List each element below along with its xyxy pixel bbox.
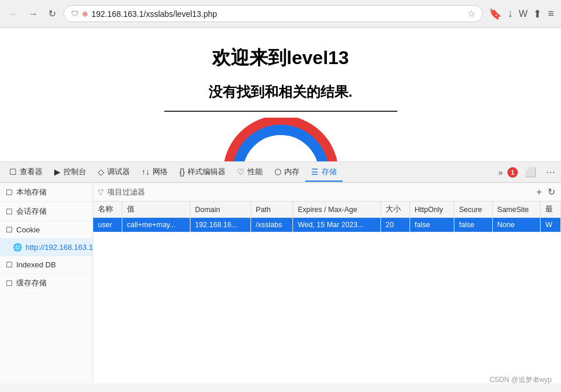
cell-name: user (93, 218, 122, 232)
local-storage-icon: ☐ (6, 188, 13, 197)
tab-console[interactable]: ▶ 控制台 (48, 163, 92, 182)
col-expires: Expires / Max-Age (293, 202, 381, 218)
filter-icon: ▽ (98, 188, 104, 196)
tab-console-label: 控制台 (63, 167, 86, 177)
tab-memory-label: 内存 (284, 167, 299, 177)
indexed-db-label: Indexed DB (16, 260, 56, 269)
storage-toolbar: ▽ 项目过滤器 + ↻ (93, 183, 561, 202)
lock-icon: 🛡 (71, 9, 79, 18)
storage-main: ▽ 项目过滤器 + ↻ 名称 值 Domain Path (93, 183, 561, 383)
address-bar-text[interactable]: 192.168.163.1/xsslabs/level13.php (91, 9, 464, 19)
star-icon[interactable]: ☆ (467, 8, 475, 19)
session-storage-icon: ☐ (6, 207, 13, 216)
cell-size: 20 (380, 218, 410, 232)
page-divider (164, 111, 397, 112)
arch-decoration (223, 118, 339, 161)
table-row[interactable]: user call+me+may... 192.168.16... /xssla… (93, 218, 561, 232)
tab-performance-label: 性能 (248, 167, 263, 177)
console-icon: ▶ (54, 167, 61, 176)
storage-icon: ☰ (311, 167, 319, 176)
page-subtitle: 没有找到和相关的结果. (209, 83, 352, 101)
indexed-db-icon: ☐ (6, 260, 13, 269)
col-last: 最 (541, 202, 561, 218)
devtools-more: » 1 ⬜ ⋯ (498, 165, 558, 179)
cookie-table-container: 名称 值 Domain Path Expires / Max-Age 大小 Ht… (93, 202, 561, 383)
blocked-icon: ⊗ (82, 10, 88, 18)
tab-storage-label: 存储 (322, 167, 337, 177)
col-value: 值 (122, 202, 190, 218)
devtools-panel: ☐ 查看器 ▶ 控制台 ◇ 调试器 ↑↓ 网络 {} 样式编辑器 ♡ 性能 ⬡ … (0, 162, 561, 383)
debugger-icon: ◇ (98, 167, 104, 176)
toolbar-actions: + ↻ (535, 185, 556, 199)
tab-memory[interactable]: ⬡ 内存 (269, 163, 305, 182)
chrome-actions: 🔖 ↓ W ⬆ ≡ (488, 6, 555, 22)
col-name: 名称 (93, 202, 122, 218)
reload-button[interactable]: ↻ (45, 7, 59, 20)
cache-label: 缓存存储 (16, 278, 47, 288)
storage-sidebar: ☐ 本地存储 ☐ 会话存储 ☐ Cookie 🌐 http://192.168.… (0, 183, 93, 383)
tab-network[interactable]: ↑↓ 网络 (136, 163, 174, 182)
back-button[interactable]: ← (6, 8, 21, 20)
bookmark-icon[interactable]: 🔖 (488, 6, 503, 22)
tab-style-label: 样式编辑器 (188, 167, 225, 177)
tab-performance[interactable]: ♡ 性能 (231, 163, 269, 182)
download-icon[interactable]: ↓ (506, 6, 514, 21)
forward-button[interactable]: → (26, 8, 41, 20)
col-domain: Domain (190, 202, 250, 218)
cookie-table-body: user call+me+may... 192.168.16... /xssla… (93, 218, 561, 232)
cell-value: call+me+may... (122, 218, 190, 232)
sidebar-item-local-storage[interactable]: ☐ 本地存储 (0, 183, 93, 202)
cell-path: /xsslabs (251, 218, 293, 232)
error-badge: 1 (507, 167, 518, 178)
cookie-domain-label: http://192.168.163.1 (26, 243, 93, 252)
tab-debugger-label: 调试器 (107, 167, 130, 177)
refresh-button[interactable]: ↻ (546, 185, 556, 199)
col-secure: Secure (454, 202, 492, 218)
tab-network-label: 网络 (153, 167, 168, 177)
cell-expires: Wed, 15 Mar 2023... (293, 218, 381, 232)
menu-icon[interactable]: ≡ (546, 6, 555, 21)
sidebar-item-cookie[interactable]: ☐ Cookie (0, 221, 93, 239)
sidebar-item-indexed-db[interactable]: ☐ Indexed DB (0, 256, 93, 274)
col-samesite: SameSite (492, 202, 541, 218)
devtools-menu-button[interactable]: ⋯ (544, 165, 558, 179)
session-storage-label: 会话存储 (16, 206, 47, 217)
page-title: 欢迎来到level13 (212, 45, 349, 71)
cell-last: W (541, 218, 561, 232)
cache-icon: ☐ (6, 279, 13, 288)
tab-inspector[interactable]: ☐ 查看器 (3, 163, 48, 182)
browser-chrome: ← → ↻ 🛡 ⊗ 192.168.163.1/xsslabs/level13.… (0, 0, 561, 28)
style-icon: {} (179, 167, 185, 176)
domain-icon: 🌐 (13, 243, 22, 252)
cookie-table: 名称 值 Domain Path Expires / Max-Age 大小 Ht… (93, 202, 561, 232)
tab-inspector-label: 查看器 (20, 167, 43, 177)
col-httponly: HttpOnly (410, 202, 454, 218)
cell-secure: false (454, 218, 492, 232)
extensions-icon[interactable]: W (517, 8, 528, 20)
address-bar-container[interactable]: 🛡 ⊗ 192.168.163.1/xsslabs/level13.php ☆ (63, 5, 483, 22)
cookie-label: Cookie (16, 225, 40, 234)
devtools-tabs: ☐ 查看器 ▶ 控制台 ◇ 调试器 ↑↓ 网络 {} 样式编辑器 ♡ 性能 ⬡ … (0, 162, 561, 183)
tab-debugger[interactable]: ◇ 调试器 (92, 163, 136, 182)
cookie-icon: ☐ (6, 225, 13, 234)
page-content: 欢迎来到level13 没有找到和相关的结果. (0, 28, 561, 162)
filter-label: 项目过滤器 (107, 187, 145, 197)
tab-storage[interactable]: ☰ 存储 (305, 163, 343, 182)
cell-httponly: false (410, 218, 454, 232)
sidebar-item-cookie-domain[interactable]: 🌐 http://192.168.163.1 (0, 239, 93, 256)
more-tabs-button[interactable]: » (498, 168, 503, 177)
memory-icon: ⬡ (274, 167, 281, 176)
sidebar-item-cache-storage[interactable]: ☐ 缓存存储 (0, 274, 93, 293)
perf-icon: ♡ (237, 167, 245, 176)
cookie-table-header: 名称 值 Domain Path Expires / Max-Age 大小 Ht… (93, 202, 561, 218)
storage-body: ☐ 本地存储 ☐ 会话存储 ☐ Cookie 🌐 http://192.168.… (0, 183, 561, 383)
dock-button[interactable]: ⬜ (523, 165, 539, 179)
watermark: CSDN @追梦者wyp (489, 375, 552, 383)
share-icon[interactable]: ⬆ (532, 6, 543, 22)
tab-style-editor[interactable]: {} 样式编辑器 (174, 163, 231, 182)
cell-domain: 192.168.16... (190, 218, 250, 232)
network-icon: ↑↓ (142, 167, 150, 176)
add-cookie-button[interactable]: + (535, 185, 543, 199)
cell-samesite: None (492, 218, 541, 232)
sidebar-item-session-storage[interactable]: ☐ 会话存储 (0, 202, 93, 221)
